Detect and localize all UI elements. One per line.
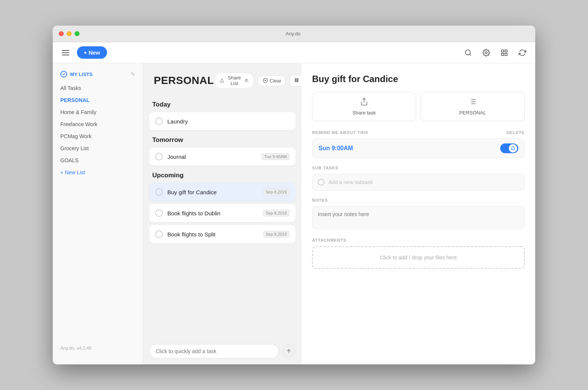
task-text-laundry: Laundry	[167, 118, 289, 125]
sidebar-item-grocery-list[interactable]: Grocery List	[53, 142, 143, 154]
task-badge-journal: Tue 9:45AM	[262, 153, 289, 160]
sidebar-item-goals[interactable]: GOALS	[53, 154, 143, 166]
notes-header: NOTES	[312, 198, 525, 203]
task-radio-buy-gift[interactable]	[155, 188, 163, 196]
task-item-buy-gift[interactable]: Buy gift for Candice Sep 8,2019	[149, 183, 296, 201]
titlebar: Any.do	[53, 26, 535, 42]
people-icon	[245, 78, 248, 83]
task-text-journal: Journal	[167, 154, 257, 160]
close-button[interactable]	[59, 31, 64, 36]
top-bar-right	[463, 47, 528, 58]
share-task-icon	[360, 98, 368, 108]
list-icon	[469, 98, 477, 106]
svg-rect-6	[505, 53, 507, 55]
layout-button[interactable]	[499, 47, 510, 58]
tasks-scroll-area[interactable]: Today Laundry Tomorrow Journal Tue 9:45A…	[143, 95, 302, 341]
content-area: PERSONAL Share List	[143, 63, 535, 364]
task-radio-book-dublin[interactable]	[155, 209, 163, 217]
notes-textarea[interactable]	[312, 206, 525, 229]
subtask-circle-icon	[318, 179, 325, 186]
hamburger-button[interactable]	[60, 49, 71, 57]
svg-rect-4	[505, 50, 507, 52]
task-item-laundry[interactable]: Laundry	[149, 112, 296, 130]
remind-header: REMIND ME ABOUT THIS DELETE	[312, 130, 525, 135]
remind-toggle[interactable]	[500, 143, 518, 153]
notes-label: NOTES	[312, 198, 328, 203]
check-circle-icon: ✓	[60, 71, 67, 78]
section-label-tomorrow: Tomorrow	[152, 136, 292, 144]
task-radio-laundry[interactable]	[155, 117, 163, 125]
fullscreen-button[interactable]	[75, 31, 80, 36]
minimize-button[interactable]	[67, 31, 72, 36]
task-radio-journal[interactable]	[155, 153, 163, 160]
add-task-bar	[143, 341, 302, 364]
hamburger-line	[62, 50, 69, 51]
detail-panel: Buy gift for Candice Share task	[302, 63, 535, 364]
search-button[interactable]	[463, 47, 473, 58]
detail-actions: Share task	[312, 92, 525, 121]
layout-icon	[501, 49, 508, 56]
arrow-up-icon	[286, 348, 292, 354]
hamburger-line	[62, 55, 69, 55]
sidebar-item-home-family[interactable]: Home & Family	[53, 106, 143, 118]
remind-time-row: Sun 9:00AM	[312, 139, 525, 158]
remind-section: REMIND ME ABOUT THIS DELETE Sun 9:00AM	[312, 130, 525, 158]
clear-button[interactable]: Clear	[258, 75, 286, 86]
task-text-buy-gift: Buy gift for Candice	[167, 189, 259, 195]
window-title: Any.do	[286, 31, 301, 37]
task-badge-buy-gift: Sep 8,2019	[263, 189, 289, 195]
new-button[interactable]: + New	[77, 46, 107, 59]
sidebar-item-personal[interactable]: PERSONAL	[53, 94, 143, 106]
remind-label: REMIND ME ABOUT THIS	[312, 130, 368, 135]
svg-point-8	[245, 79, 247, 80]
drop-zone[interactable]: Click to add / drop your files here	[312, 246, 525, 269]
top-bar: + New	[53, 42, 535, 63]
task-item-book-dublin[interactable]: Book flights to Dublin Sep 8,2019	[149, 204, 296, 222]
share-task-button[interactable]: Share task	[312, 92, 416, 121]
sidebar-header: ✓ MY LISTS ✎	[53, 71, 143, 82]
task-radio-book-split[interactable]	[155, 230, 163, 238]
delete-button[interactable]: DELETE	[507, 130, 525, 135]
sidebar-section-title: ✓ MY LISTS	[60, 71, 93, 78]
sync-button[interactable]	[517, 47, 528, 58]
settings-icon	[482, 49, 490, 56]
task-badge-book-split: Sep 8,2019	[263, 231, 289, 238]
svg-point-0	[466, 50, 470, 55]
subtasks-section: SUB TASKS Add a new subtask	[312, 166, 525, 190]
add-subtask-row[interactable]: Add a new subtask	[312, 174, 525, 190]
x-circle-icon	[263, 78, 268, 83]
app-content: + New	[53, 42, 535, 364]
section-label-today: Today	[152, 101, 292, 108]
grid-view-icon	[294, 78, 299, 83]
task-list-header: PERSONAL Share List	[143, 63, 302, 95]
main-area: ✓ MY LISTS ✎ All Tasks PERSONAL Home & F…	[53, 63, 535, 364]
sidebar-item-freelance-work[interactable]: Freelance Work	[53, 118, 143, 130]
sidebar-item-pcmag-work[interactable]: PCMag Work	[53, 130, 143, 142]
share-list-button[interactable]: Share List	[214, 72, 254, 89]
notes-section: NOTES	[312, 198, 525, 230]
list-label-button[interactable]: PERSONAL	[421, 92, 525, 121]
task-text-book-split: Book flights to Split	[167, 231, 259, 238]
task-item-book-split[interactable]: Book flights to Split Sep 8,2019	[149, 225, 296, 243]
edit-icon[interactable]: ✎	[131, 71, 135, 77]
attachments-header: ATTACHMENTS	[312, 238, 525, 242]
app-window: Any.do + New	[53, 26, 535, 364]
detail-task-title: Buy gift for Candice	[312, 74, 525, 84]
attachments-section: ATTACHMENTS Click to add / drop your fil…	[312, 238, 525, 269]
svg-rect-5	[502, 53, 504, 55]
view-grid-button[interactable]	[290, 75, 302, 87]
svg-line-1	[470, 54, 471, 55]
add-task-input[interactable]	[149, 344, 279, 358]
add-task-submit-button[interactable]	[282, 344, 296, 358]
bell-icon	[511, 146, 515, 151]
traffic-lights	[59, 31, 80, 36]
hamburger-line	[62, 52, 69, 53]
settings-button[interactable]	[481, 47, 492, 58]
toggle-knob	[509, 144, 517, 152]
task-badge-book-dublin: Sep 8,2019	[263, 210, 289, 216]
sidebar-item-new-list[interactable]: + New List	[53, 166, 143, 178]
sidebar-item-all-tasks[interactable]: All Tasks	[53, 82, 143, 94]
task-item-journal[interactable]: Journal Tue 9:45AM	[149, 148, 296, 166]
view-toggle	[290, 75, 302, 87]
svg-rect-3	[502, 50, 504, 52]
